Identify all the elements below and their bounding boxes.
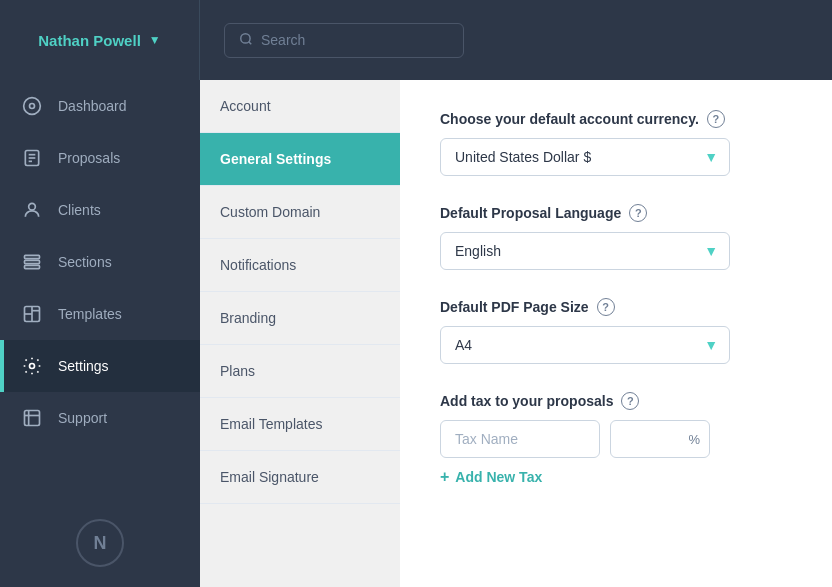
language-label-row: Default Proposal Language ? [440, 204, 792, 222]
currency-help-icon[interactable]: ? [707, 110, 725, 128]
pdf-label: Default PDF Page Size [440, 299, 589, 315]
add-new-tax-button[interactable]: + Add New Tax [440, 468, 542, 486]
user-menu[interactable]: Nathan Powell ▼ [0, 0, 200, 80]
settings-icon [20, 354, 44, 378]
sidebar-item-clients[interactable]: Clients [0, 184, 200, 236]
tax-help-icon[interactable]: ? [621, 392, 639, 410]
tax-percent-suffix-icon: % [688, 432, 700, 447]
svg-point-3 [30, 104, 35, 109]
sidebar-item-settings[interactable]: Settings [0, 340, 200, 392]
settings-nav-notifications[interactable]: Notifications [200, 239, 400, 292]
pdf-label-row: Default PDF Page Size ? [440, 298, 792, 316]
svg-point-8 [29, 203, 36, 210]
language-help-icon[interactable]: ? [629, 204, 647, 222]
currency-label-row: Choose your default account currency. ? [440, 110, 792, 128]
dashboard-icon [20, 94, 44, 118]
user-name: Nathan Powell [38, 32, 141, 49]
pdf-select[interactable]: A4 Letter Legal [440, 326, 730, 364]
brand-logo: N [76, 519, 124, 567]
settings-nav-branding[interactable]: Branding [200, 292, 400, 345]
tax-label-row: Add tax to your proposals ? [440, 392, 792, 410]
currency-select[interactable]: United States Dollar $ Euro € British Po… [440, 138, 730, 176]
tax-percent-wrapper: % [610, 420, 710, 458]
sidebar-item-label-dashboard: Dashboard [58, 98, 180, 114]
sidebar-item-label-proposals: Proposals [58, 150, 180, 166]
settings-nav-account[interactable]: Account [200, 80, 400, 133]
sidebar-item-label-settings: Settings [58, 358, 180, 374]
sidebar-item-label-sections: Sections [58, 254, 180, 270]
settings-nav-email-templates[interactable]: Email Templates [200, 398, 400, 451]
support-icon [20, 406, 44, 430]
language-select-wrapper: English French Spanish German ▼ [440, 232, 730, 270]
tax-name-input[interactable] [440, 420, 600, 458]
currency-label: Choose your default account currency. [440, 111, 699, 127]
settings-nav: Account General Settings Custom Domain N… [200, 80, 400, 587]
sidebar-item-sections[interactable]: Sections [0, 236, 200, 288]
pdf-section: Default PDF Page Size ? A4 Letter Legal … [440, 298, 792, 364]
chevron-down-icon: ▼ [149, 33, 161, 47]
settings-nav-email-signature[interactable]: Email Signature [200, 451, 400, 504]
svg-point-2 [24, 98, 41, 115]
svg-line-1 [249, 41, 252, 44]
sidebar-item-proposals[interactable]: Proposals [0, 132, 200, 184]
sidebar-item-label-templates: Templates [58, 306, 180, 322]
language-select[interactable]: English French Spanish German [440, 232, 730, 270]
sidebar-item-dashboard[interactable]: Dashboard [0, 80, 200, 132]
pdf-select-wrapper: A4 Letter Legal ▼ [440, 326, 730, 364]
plus-icon: + [440, 468, 449, 486]
sidebar-item-label-clients: Clients [58, 202, 180, 218]
svg-rect-10 [25, 260, 40, 263]
templates-icon [20, 302, 44, 326]
language-section: Default Proposal Language ? English Fren… [440, 204, 792, 270]
svg-point-0 [241, 33, 250, 42]
search-icon [239, 32, 253, 49]
search-input[interactable] [261, 32, 421, 48]
settings-nav-plans[interactable]: Plans [200, 345, 400, 398]
svg-rect-9 [25, 255, 40, 258]
content-area: Choose your default account currency. ? … [400, 80, 832, 587]
svg-rect-11 [25, 265, 40, 268]
language-label: Default Proposal Language [440, 205, 621, 221]
svg-rect-17 [25, 411, 40, 426]
currency-section: Choose your default account currency. ? … [440, 110, 792, 176]
pdf-help-icon[interactable]: ? [597, 298, 615, 316]
currency-select-wrapper: United States Dollar $ Euro € British Po… [440, 138, 730, 176]
proposals-icon [20, 146, 44, 170]
tax-label: Add tax to your proposals [440, 393, 613, 409]
svg-point-16 [30, 364, 35, 369]
settings-nav-general[interactable]: General Settings [200, 133, 400, 186]
sections-icon [20, 250, 44, 274]
tax-row: % [440, 420, 792, 458]
logo-area: N [0, 499, 200, 587]
search-bar-area [200, 23, 832, 58]
add-tax-label: Add New Tax [455, 469, 542, 485]
sidebar-item-label-support: Support [58, 410, 180, 426]
sidebar-item-support[interactable]: Support [0, 392, 200, 444]
settings-nav-custom-domain[interactable]: Custom Domain [200, 186, 400, 239]
left-sidebar: Dashboard Proposals Clients [0, 80, 200, 587]
search-container [224, 23, 464, 58]
sidebar-item-templates[interactable]: Templates [0, 288, 200, 340]
tax-section: Add tax to your proposals ? % + Add New … [440, 392, 792, 486]
clients-icon [20, 198, 44, 222]
